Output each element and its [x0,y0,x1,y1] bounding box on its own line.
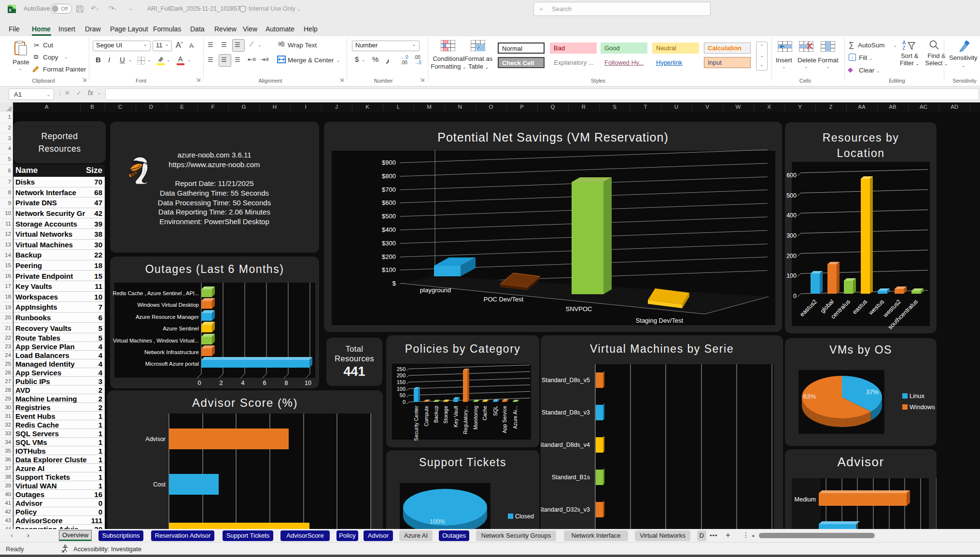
svg-text:Azure Sentinel: Azure Sentinel [163,326,199,331]
svg-text:Azure Resource Manager: Azure Resource Manager [136,314,199,320]
svg-text:SNVPOC: SNVPOC [566,305,592,313]
svg-text:Cache: Cache [482,406,488,421]
svg-text:Regulatory...: Regulatory... [462,406,468,434]
svg-text:Cost: Cost [153,481,166,488]
svg-text:600: 600 [786,172,797,179]
svg-text:Key Vault: Key Vault [453,406,459,427]
svg-text:$500: $500 [382,213,396,220]
svg-text:$100: $100 [382,266,396,273]
svg-text:Windows Virtual Desktop: Windows Virtual Desktop [137,302,199,308]
svg-text:Linux: Linux [910,392,925,400]
svg-text:SQL: SQL [492,406,498,416]
svg-text:8: 8 [285,380,288,386]
svg-text:300: 300 [786,232,797,239]
svg-text:100%: 100% [430,518,445,525]
svg-text:63%: 63% [803,393,816,400]
svg-text:Standard_D8ds_v4: Standard_D8ds_v4 [541,442,590,448]
svg-text:150: 150 [397,379,406,385]
svg-text:Windows: Windows [910,403,935,411]
svg-text:Standard_D8s_v3: Standard_D8s_v3 [542,409,590,416]
svg-text:Backup: Backup [433,406,439,423]
svg-text:Medium: Medium [795,496,816,503]
svg-text:37%: 37% [866,388,879,396]
svg-text:$300: $300 [382,240,396,247]
svg-text:Microsoft Azure portal: Microsoft Azure portal [145,361,199,367]
svg-text:Virtual Machines , Windows Vir: Virtual Machines , Windows Virtual... [113,338,199,343]
svg-text:$: $ [392,280,396,287]
svg-text:Security Center: Security Center [413,406,419,441]
svg-text:$900: $900 [382,159,396,166]
svg-text:$800: $800 [382,172,396,180]
svg-text:$700: $700 [382,186,396,193]
svg-text:$600: $600 [382,199,396,206]
svg-text:250: 250 [397,366,406,372]
svg-text:100: 100 [786,272,797,279]
svg-text:Closed: Closed [515,513,534,520]
svg-text:500: 500 [786,192,797,199]
svg-text:App Service: App Service [502,406,507,433]
svg-text:X: X [9,8,12,13]
svg-text:Standard_D8s_v5: Standard_D8s_v5 [542,377,590,384]
svg-text:Staging Dev/Test: Staging Dev/Test [636,317,684,324]
svg-text:0: 0 [198,380,201,386]
svg-text:Storage: Storage [443,406,448,424]
svg-text:4: 4 [241,380,245,386]
svg-text:playground: playground [420,286,451,294]
svg-text:Standard_D32s_v3: Standard_D32s_v3 [541,506,590,513]
svg-text:Redis Cache , Azure Sentinel ,: Redis Cache , Azure Sentinel , API... [112,290,199,296]
svg-text:0: 0 [793,293,797,300]
svg-text:$400: $400 [382,226,396,233]
svg-text:Network Infrastructure: Network Infrastructure [144,349,199,355]
svg-text:100: 100 [397,386,406,392]
svg-text:50: 50 [400,392,406,398]
svg-text:Compute: Compute [423,406,429,427]
svg-text:0: 0 [403,399,406,405]
svg-text:Azure Ai...: Azure Ai... [512,406,518,429]
svg-text:10: 10 [305,380,311,386]
svg-text:400: 400 [786,212,797,219]
svg-text:200: 200 [786,253,797,259]
svg-text:200: 200 [397,372,406,378]
svg-text:POC Dev/Test: POC Dev/Test [484,296,524,303]
svg-text:2: 2 [220,380,223,386]
svg-text:Monitoring: Monitoring [473,406,478,429]
svg-text:$200: $200 [382,253,396,260]
svg-text:Standard_B1s: Standard_B1s [552,474,590,481]
svg-text:Advisor: Advisor [145,436,166,443]
svg-text:6: 6 [263,380,266,386]
